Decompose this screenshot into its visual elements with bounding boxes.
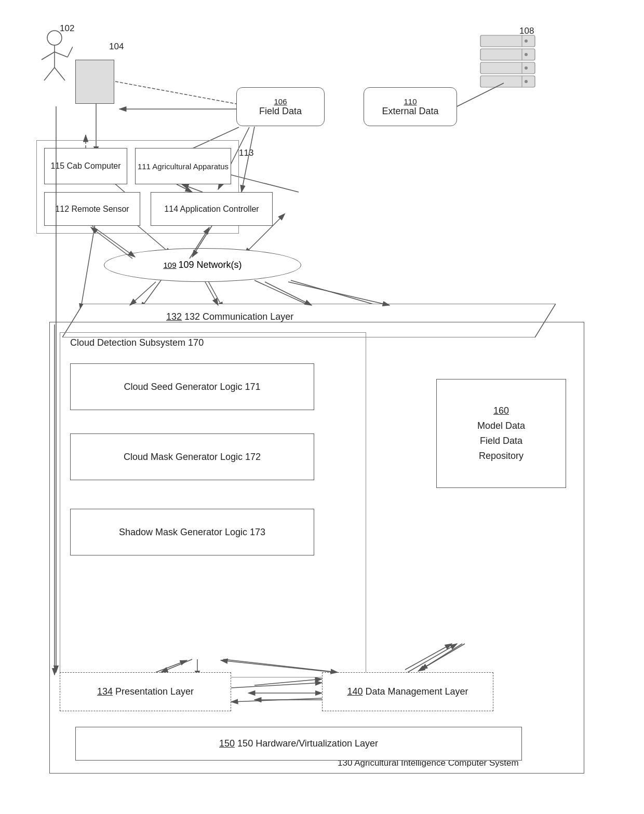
repository-box: 160 Model Data Field Data Repository bbox=[436, 379, 566, 488]
cloud-detection-label: Cloud Detection Subsystem 170 bbox=[70, 337, 204, 348]
repo-line4: Repository bbox=[477, 449, 525, 464]
ref110-num: 110 bbox=[382, 97, 438, 106]
person-icon-102 bbox=[36, 29, 73, 88]
svg-line-53 bbox=[265, 282, 312, 305]
presentation-layer-box: 134 Presentation Layer bbox=[60, 672, 231, 711]
comm-layer-label: 132 132 Communication Layer bbox=[166, 311, 293, 322]
svg-line-26 bbox=[55, 52, 68, 57]
server-icon-108 bbox=[478, 30, 540, 100]
ref110-label: External Data bbox=[382, 106, 438, 117]
svg-line-27 bbox=[44, 67, 55, 80]
svg-line-29 bbox=[68, 47, 73, 57]
server-svg bbox=[478, 30, 540, 98]
repo-line2: Model Data bbox=[477, 418, 525, 433]
svg-line-51 bbox=[130, 282, 156, 305]
app-controller-box: 114 Application Controller bbox=[151, 192, 273, 226]
svg-point-39 bbox=[525, 53, 528, 56]
svg-point-40 bbox=[525, 66, 528, 70]
svg-line-25 bbox=[42, 52, 55, 60]
svg-line-28 bbox=[55, 67, 65, 80]
svg-line-54 bbox=[288, 282, 390, 305]
hw-num: 150 bbox=[219, 738, 235, 749]
pres-label: Presentation Layer bbox=[115, 686, 194, 697]
repo-line3: Field Data bbox=[477, 433, 525, 449]
label-102: 102 bbox=[60, 23, 74, 34]
svg-point-41 bbox=[525, 80, 528, 83]
network-label: 109 Network(s) bbox=[178, 260, 242, 270]
field-data-box: 106 Field Data bbox=[236, 87, 325, 126]
network-num: 109 bbox=[163, 261, 176, 269]
ref106-num: 106 bbox=[259, 97, 302, 106]
label-104: 104 bbox=[109, 42, 124, 52]
svg-line-65 bbox=[115, 82, 236, 104]
external-data-box: 110 External Data bbox=[364, 87, 457, 126]
hardware-layer-box: 150 150 Hardware/Virtualization Layer bbox=[75, 727, 522, 761]
label-113: 113 bbox=[239, 148, 253, 158]
data-mgmt-num: 140 bbox=[347, 686, 363, 697]
cloud-mask-box: Cloud Mask Generator Logic 172 bbox=[70, 433, 314, 480]
cab-computer-box: 115 Cab Computer bbox=[44, 148, 127, 184]
diagram-container: 102 104 106 Field Data 110 External Data bbox=[0, 0, 644, 814]
svg-line-52 bbox=[205, 282, 218, 305]
cloud-seed-box: Cloud Seed Generator Logic 171 bbox=[70, 363, 314, 410]
ref106-label: Field Data bbox=[259, 106, 302, 117]
shadow-mask-box: Shadow Mask Generator Logic 173 bbox=[70, 509, 314, 555]
repo-num: 160 bbox=[477, 403, 525, 418]
svg-point-38 bbox=[525, 39, 528, 43]
network-oval: 109 109 Network(s) bbox=[104, 248, 301, 282]
remote-sensor-box: 112 Remote Sensor bbox=[44, 192, 140, 226]
label-108: 108 bbox=[519, 26, 534, 36]
hw-label: 150 Hardware/Virtualization Layer bbox=[237, 738, 378, 749]
agricultural-apparatus-box: 111 Agricultural Apparatus bbox=[135, 148, 231, 184]
pres-num: 134 bbox=[97, 686, 113, 697]
person-svg bbox=[36, 29, 73, 86]
device-box-104 bbox=[75, 60, 114, 104]
svg-line-64 bbox=[242, 127, 254, 192]
data-mgmt-label: Data Management Layer bbox=[365, 686, 468, 697]
data-mgmt-box: 140 Data Management Layer bbox=[322, 672, 493, 711]
comm-layer-num: 132 bbox=[166, 311, 182, 322]
